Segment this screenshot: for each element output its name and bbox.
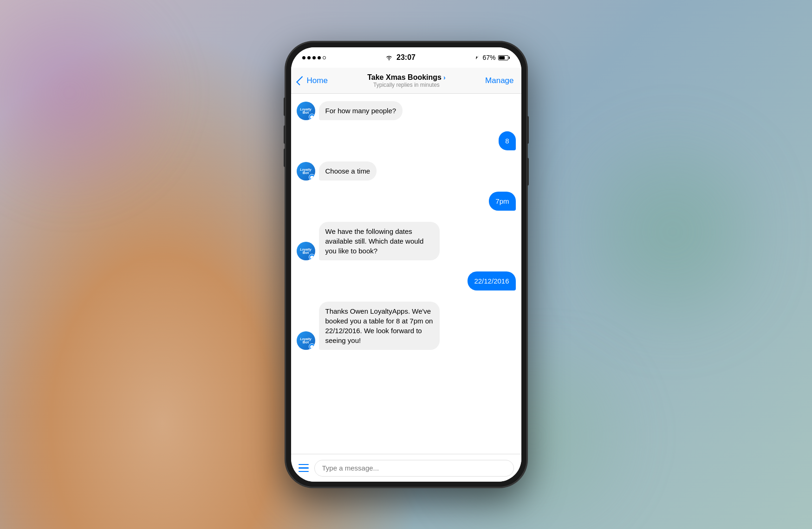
message-row-user-2: 7pm [297,192,516,211]
bottom-bar [291,454,521,482]
bg-blur-1 [0,0,186,209]
message-text-bot-2: Choose a time [325,167,370,175]
spacer-6 [297,294,516,298]
nav-title-text: Take Xmas Bookings [367,73,442,82]
message-bubble-user-1: 8 [499,131,515,150]
message-row-bot-1: Loyalty Bot For how many people? [297,101,516,120]
signal-dot-5 [323,56,326,59]
messenger-badge-1 [309,114,315,120]
wifi-icon [385,55,393,60]
location-icon [475,55,480,60]
spacer-1 [297,124,516,128]
message-bubble-user-3: 22/12/2016 [468,271,515,290]
message-row-user-3: 22/12/2016 [297,271,516,290]
status-bar: 23:07 67% [291,47,521,68]
nav-title-row: Take Xmas Bookings › [328,73,485,82]
bot-avatar-3: Loyalty Bot [297,242,315,260]
nav-title-chevron: › [443,74,446,81]
battery-icon [498,55,510,60]
menu-button[interactable] [299,464,309,472]
message-row-bot-2: Loyalty Bot Choose a time [297,161,516,181]
message-bubble-bot-2: Choose a time [319,161,377,181]
back-button[interactable]: Home [299,76,328,85]
hamburger-line-3 [299,471,309,472]
back-label: Home [307,76,328,85]
hamburger-line-2 [299,467,309,469]
message-row-bot-3: Loyalty Bot We have the following dates … [297,222,516,260]
phone-screen: 23:07 67% [291,47,521,482]
signal-indicators [302,56,326,59]
nav-bar: Home Take Xmas Bookings › Typically repl… [291,68,521,94]
spacer-3 [297,184,516,188]
phone-wrapper: 23:07 67% [286,42,527,487]
spacer-4 [297,214,516,218]
message-text-user-3: 22/12/2016 [474,277,509,285]
battery-percent: 67% [482,54,495,61]
nav-subtitle: Typically replies in minutes [328,82,485,88]
messenger-badge-2 [309,174,315,181]
message-row-bot-4: Loyalty Bot Thanks Owen LoyaltyApps. We'… [297,302,516,350]
message-text-user-2: 7pm [495,197,509,205]
message-text-bot-4: Thanks Owen LoyaltyApps. We've booked yo… [325,307,433,344]
nav-center: Take Xmas Bookings › Typically replies i… [328,73,485,88]
messenger-badge-3 [309,254,315,260]
chat-area: Loyalty Bot For how many people? [291,94,521,454]
message-text-user-1: 8 [505,137,509,145]
signal-dot-3 [312,56,316,59]
message-input[interactable] [314,460,514,477]
status-right: 67% [475,54,510,61]
message-bubble-bot-3: We have the following dates available st… [319,222,440,260]
message-bubble-user-2: 7pm [489,192,515,211]
bot-avatar-4: Loyalty Bot [297,331,315,350]
message-text-bot-1: For how many people? [325,107,396,115]
status-time: 23:07 [396,53,416,62]
phone: 23:07 67% [286,42,527,487]
messenger-badge-4 [309,343,315,350]
message-row-user-1: 8 [297,131,516,150]
message-bubble-bot-1: For how many people? [319,101,403,120]
bot-avatar-1: Loyalty Bot [297,102,315,120]
bot-avatar-2: Loyalty Bot [297,162,315,181]
spacer-5 [297,264,516,268]
chevron-left-icon [296,76,305,85]
spacer-2 [297,154,516,158]
message-bubble-bot-4: Thanks Owen LoyaltyApps. We've booked yo… [319,302,440,350]
signal-dot-4 [318,56,321,59]
bg-blur-2 [580,93,766,371]
message-text-bot-3: We have the following dates available st… [325,227,424,255]
status-center: 23:07 [385,53,416,62]
manage-button[interactable]: Manage [485,76,513,85]
signal-dot-2 [307,56,311,59]
hamburger-line-1 [299,464,309,465]
signal-dot-1 [302,56,305,59]
